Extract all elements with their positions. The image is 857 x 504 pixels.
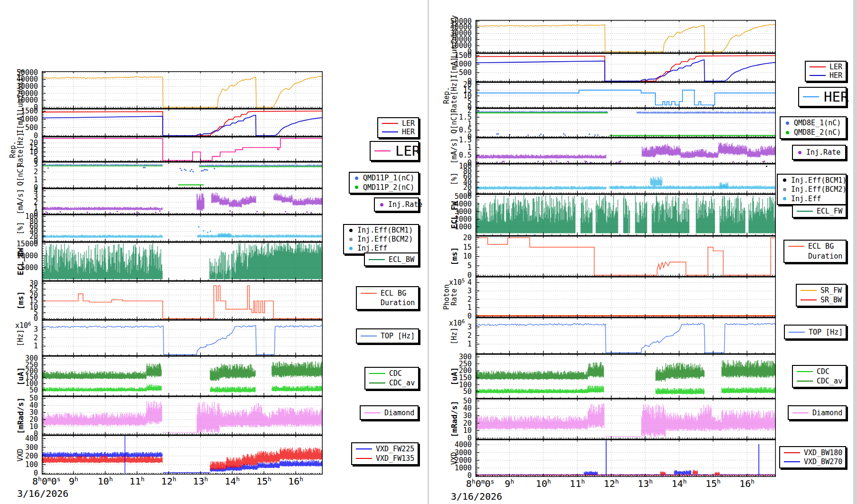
- y-axis-title: [uA]: [450, 367, 459, 386]
- legend-line-marker: [808, 75, 828, 76]
- legend-label: ECL_BW: [389, 255, 414, 264]
- legend-label: Inj.Eff(BCM2): [791, 185, 847, 194]
- legend-qmd8e-1-nc: QMD8E_1(nC)QMD8E_2(nC): [780, 116, 847, 139]
- legend-vxd-fw225: VXD_FW225VXD_FW135: [351, 442, 419, 465]
- legend-label: CDC: [817, 367, 829, 376]
- legend-ecl-fw: ECL_FW: [792, 205, 847, 218]
- subplot-right-charge: [475, 108, 776, 138]
- legend-line-marker: [380, 131, 400, 132]
- legend-label: HER: [824, 89, 848, 105]
- legend-ecl-bw: ECL_BW: [364, 252, 419, 266]
- legend-label: Inj.Eff(BCM2): [357, 235, 413, 243]
- legend-label: CDC: [389, 369, 402, 378]
- legend-label: Diamond: [812, 409, 842, 417]
- y-axis-title: [mA/s]: [16, 188, 25, 214]
- y-axis-title: I[mA]: [16, 112, 25, 133]
- y-axis-title: I[mA]: [450, 57, 458, 78]
- y-axis-title: [ms]: [16, 291, 25, 310]
- y-tick-label: 1000: [444, 464, 472, 472]
- x-tick-label: 12h: [161, 476, 177, 487]
- subplot-left-vxd-rate: [42, 435, 323, 475]
- legend-label: Duration: [808, 252, 842, 261]
- legend-dot-marker: [352, 186, 361, 189]
- legend-label: SR_BW: [820, 296, 842, 304]
- legend-line-marker: [359, 293, 379, 294]
- y-tick-label: 20: [444, 234, 472, 242]
- y-tick-label: 100: [444, 162, 472, 170]
- y-axis-title: [uA]: [16, 367, 25, 385]
- legend-label: TOP [Hz]: [809, 328, 843, 336]
- legend-line-marker: [354, 458, 374, 459]
- y-tick-label: 300: [444, 353, 472, 361]
- window-right-edge: [853, 0, 857, 504]
- subplot-right-cdc-current: [475, 354, 776, 399]
- legend-label: LER: [395, 143, 420, 159]
- subplot-right-photon-rate: [475, 277, 776, 317]
- x-tick-label: 10h: [98, 476, 113, 487]
- subplot-right-vxd-rate: [475, 439, 776, 477]
- subplot-left-inj-eff: [42, 215, 323, 242]
- y-tick-label: 100: [10, 461, 38, 468]
- legend-line-marker: [787, 332, 807, 333]
- legend-line-marker: [367, 259, 387, 260]
- legend-ecl-bg: ECL BGDuration: [783, 240, 847, 263]
- legend-vxd-bw180: VXD_BW180VXD_BW270: [779, 446, 846, 468]
- x-tick-label: 8h0m0s: [466, 478, 494, 489]
- legend-line-marker: [799, 299, 819, 300]
- x-tick-label: 16h: [288, 476, 303, 487]
- subplot-right-rep-rate: [475, 82, 776, 108]
- date-label-left: 3/16/2026: [17, 488, 68, 499]
- subplot-right-inj-rate: [475, 138, 776, 164]
- y-axis-title: [mRad/s]: [16, 397, 25, 434]
- legend-label: QMD11P_2(nC): [363, 183, 414, 192]
- legend-ler: LERHER: [377, 117, 419, 138]
- x-tick-label: 12h: [604, 478, 619, 489]
- legend-label: Inj.Eff: [357, 244, 387, 252]
- legend-inj-rate: Inj.Rate: [374, 197, 419, 212]
- subplot-right-beam-current: [475, 53, 776, 82]
- subplot-right-inj-eff: [475, 164, 776, 194]
- legend-qmd11p-1-nc: QMD11P_1(nC)QMD11P_2(nC): [349, 172, 419, 194]
- subplot-right-ecl-fw: [475, 194, 776, 236]
- subplot-right-diamond-dose: [475, 399, 776, 439]
- y-axis-title: [mA/s]: [450, 138, 458, 163]
- legend-inj-eff-bcm1: Inj.Eff(BCM1)Inj.Eff(BCM2)Inj.Eff: [343, 224, 419, 254]
- y-axis-title: [%]: [16, 222, 25, 234]
- subplot-right-luminosity: [475, 20, 776, 53]
- legend-dot-marker: [795, 151, 804, 154]
- legend-ler: LER: [370, 141, 419, 161]
- subplot-left-top-rate: [42, 320, 323, 356]
- legend-top-hz: TOP [Hz]: [784, 325, 847, 339]
- legend-label: Inj.Eff: [791, 195, 821, 203]
- axis-scale-note: x106: [15, 321, 31, 330]
- legend-label: Diamond: [384, 409, 414, 417]
- legend-cdc: CDCCDC_av: [364, 367, 419, 390]
- x-tick-label: 16h: [739, 478, 755, 489]
- subplot-left-beam-current: [42, 109, 323, 137]
- legend-dot-marker: [780, 197, 789, 200]
- legend-line-marker: [801, 96, 821, 97]
- legend-line-marker: [782, 461, 802, 462]
- legend-line-marker: [799, 290, 819, 291]
- x-tick-label: 11h: [570, 478, 585, 489]
- y-axis-title: [mRad/s]: [450, 401, 459, 437]
- subplot-left-ecl-bg-duration: [42, 281, 323, 320]
- legend-inj-rate: Inj.Rate: [792, 145, 846, 160]
- subplot-left-cdc-current: [42, 356, 323, 396]
- y-axis-title: Q[nC]: [450, 112, 458, 133]
- y-axis-title: ECL_FW: [450, 201, 459, 229]
- x-tick-label: 14h: [224, 476, 240, 487]
- legend-sr-fw: SR_FWSR_BW: [796, 284, 847, 307]
- y-axis-title: ECL_BW: [16, 248, 25, 275]
- legend-label: VXD_FW225: [376, 445, 414, 453]
- legend-label: CDC_av: [817, 377, 842, 385]
- legend-label: SR_FW: [820, 286, 842, 295]
- y-tick-label: 400: [10, 435, 38, 442]
- legend-label: Inj.Rate: [806, 148, 840, 157]
- x-tick-label: 15h: [256, 476, 271, 487]
- legend-diamond: Diamond: [788, 405, 847, 420]
- subplot-left-ecl-bw: [42, 242, 323, 281]
- subplot-left-diamond-dose: [42, 396, 323, 435]
- y-axis-title: VXD: [450, 452, 458, 465]
- legend-top-hz: TOP [Hz]: [356, 328, 419, 344]
